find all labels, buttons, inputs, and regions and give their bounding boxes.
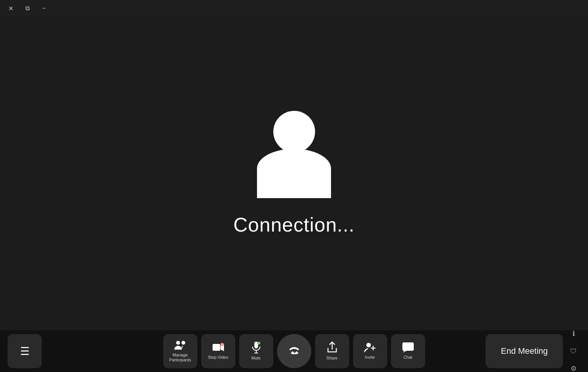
avatar-icon [252, 111, 336, 198]
hangup-icon [287, 344, 301, 358]
stop-video-icon [212, 342, 224, 353]
toolbar-right: End Meeting ℹ 🛡 ⚙ [486, 327, 580, 372]
share-icon [326, 341, 338, 353]
hangup-button[interactable] [277, 334, 311, 368]
avatar-head [273, 111, 315, 153]
connection-status-text: Connection... [233, 213, 355, 236]
toolbar: ☰ Manage Participants [0, 330, 588, 372]
info-button[interactable]: ℹ [567, 327, 580, 340]
shield-button[interactable]: 🛡 [567, 344, 580, 358]
invite-label: Invite [365, 355, 375, 360]
toolbar-left: ☰ [8, 334, 42, 368]
avatar-body [257, 149, 331, 198]
manage-participants-icon [174, 340, 186, 350]
svg-point-0 [176, 341, 180, 345]
manage-participants-button[interactable]: Manage Participants [163, 334, 197, 368]
title-bar: ✕ ⧉ − [0, 0, 588, 17]
stop-video-button[interactable]: Stop Video [201, 334, 235, 368]
chat-label: Chat [404, 355, 412, 360]
menu-button[interactable]: ☰ [8, 334, 42, 368]
toolbar-center: Manage Participants Stop Video [163, 334, 425, 368]
svg-rect-2 [213, 344, 220, 351]
svg-point-12 [366, 343, 371, 347]
side-icons: ℹ 🛡 ⚙ [567, 327, 580, 372]
chat-button[interactable]: Chat [391, 334, 425, 368]
end-meeting-button[interactable]: End Meeting [486, 334, 563, 368]
mute-icon [251, 341, 262, 353]
mute-button[interactable]: Mute [239, 334, 273, 368]
avatar-container [252, 111, 336, 198]
split-button[interactable]: ⧉ [22, 3, 33, 14]
invite-icon [364, 342, 376, 353]
mute-label: Mute [251, 356, 260, 361]
main-content: Connection... [0, 17, 588, 330]
manage-participants-label: Manage Participants [163, 353, 197, 363]
chat-icon [402, 342, 414, 353]
share-label: Share [326, 356, 337, 361]
svg-marker-16 [403, 351, 407, 353]
svg-rect-15 [402, 342, 414, 351]
settings-button[interactable]: ⚙ [567, 362, 580, 372]
share-button[interactable]: Share [315, 334, 349, 368]
invite-button[interactable]: Invite [353, 334, 387, 368]
minimize-button[interactable]: − [39, 3, 49, 14]
svg-point-1 [181, 341, 185, 345]
close-button[interactable]: ✕ [5, 3, 16, 14]
stop-video-label: Stop Video [208, 355, 229, 360]
